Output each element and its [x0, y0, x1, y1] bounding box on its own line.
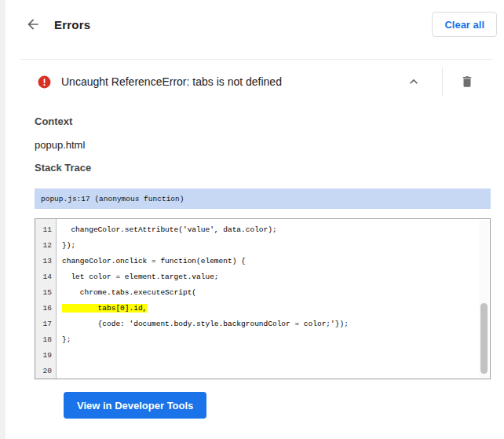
error-message: Uncaught ReferenceError: tabs is not def… [61, 75, 282, 88]
code-line: }); [62, 238, 477, 254]
collapse-button[interactable] [403, 71, 425, 93]
code-line: {code: 'document.body.style.backgroundCo… [62, 316, 477, 332]
code-line-highlighted: tabs[0].id, [62, 301, 477, 316]
arrow-left-icon [25, 16, 41, 32]
clear-all-button[interactable]: Clear all [432, 12, 497, 37]
stack-trace-heading: Stack Trace [35, 162, 491, 174]
stack-frame-row[interactable]: popup.js:17 (anonymous function) [35, 188, 491, 209]
delete-error-button[interactable] [457, 71, 477, 92]
line-number: 14 [35, 269, 56, 285]
context-heading: Context [35, 115, 491, 127]
left-gutter-strip [0, 0, 5, 439]
context-value: popup.html [35, 139, 491, 151]
line-number: 13 [35, 254, 56, 269]
error-entry-row[interactable]: Uncaught ReferenceError: tabs is not def… [5, 60, 504, 104]
page-title: Errors [54, 18, 90, 31]
line-number: 15 [35, 285, 56, 301]
code-line: let color = element.target.value; [62, 269, 477, 285]
code-line: changeColor.setAttribute('value', data.c… [62, 222, 477, 238]
line-number: 19 [35, 348, 56, 364]
error-row-actions [403, 67, 477, 97]
actions-separator [442, 67, 443, 97]
trash-icon [460, 75, 474, 89]
stack-frame-label: popup.js:17 (anonymous function) [41, 195, 184, 203]
line-number-gutter: 11 12 13 14 15 16 17 18 19 20 [35, 219, 57, 379]
header-bar: Errors Clear all [5, 0, 504, 49]
chevron-up-icon [406, 74, 422, 90]
code-viewer: 11 12 13 14 15 16 17 18 19 20 changeColo… [35, 218, 491, 379]
code-line: }; [62, 332, 477, 348]
errors-page: Errors Clear all Uncaught ReferenceError… [5, 0, 504, 419]
line-number: 17 [35, 316, 56, 332]
line-number: 18 [35, 332, 56, 348]
line-number: 20 [35, 364, 56, 379]
line-number: 12 [35, 238, 56, 254]
code-pane: changeColor.setAttribute('value', data.c… [57, 219, 490, 379]
line-number: 16 [35, 301, 56, 316]
code-line: changeColor.onclick = function(element) … [62, 254, 477, 269]
back-button[interactable] [22, 13, 44, 35]
code-line: chrome.tabs.executeScript( [62, 285, 477, 301]
error-icon [37, 75, 52, 90]
code-scrollbar[interactable] [479, 220, 489, 378]
view-in-devtools-button[interactable]: View in Developer Tools [64, 392, 206, 419]
line-number: 11 [35, 222, 56, 238]
code-scrollbar-thumb[interactable] [480, 303, 488, 374]
error-details: Context popup.html Stack Trace popup.js:… [5, 115, 504, 419]
